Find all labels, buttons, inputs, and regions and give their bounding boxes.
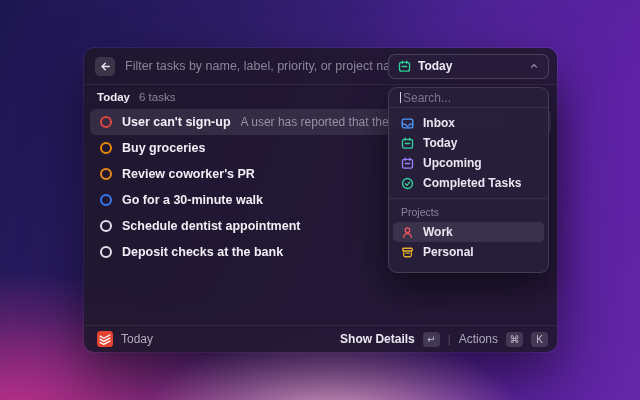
priority-circle-icon[interactable] (100, 168, 112, 180)
list-header: Today 6 tasks (97, 89, 175, 105)
list-header-title: Today (97, 91, 130, 103)
box-icon (401, 246, 414, 259)
dropdown-item-label: Upcoming (423, 156, 482, 170)
dropdown-item-inbox[interactable]: Inbox (393, 113, 544, 133)
completed-check-icon (401, 177, 414, 190)
topbar: Filter tasks by name, label, priority, o… (84, 48, 557, 85)
calendar-icon (398, 60, 411, 73)
dropdown-item-completed-tasks[interactable]: Completed Tasks (393, 173, 544, 193)
task-title: Go for a 30-minute walk (122, 193, 263, 207)
dropdown-project-list: WorkPersonal (389, 221, 548, 267)
todoist-logo (97, 331, 113, 347)
priority-circle-icon[interactable] (100, 246, 112, 258)
view-dropdown-panel: Search... InboxTodayUpcomingCompleted Ta… (388, 87, 549, 273)
list-header-count: 6 tasks (139, 91, 175, 103)
filter-input[interactable]: Filter tasks by name, label, priority, o… (125, 59, 388, 73)
dropdown-item-upcoming[interactable]: Upcoming (393, 153, 544, 173)
project-item-label: Personal (423, 245, 474, 259)
actions-button[interactable]: Actions (459, 332, 498, 346)
task-title: Deposit checks at the bank (122, 245, 283, 259)
dropdown-filter-list: InboxTodayUpcomingCompleted Tasks (389, 108, 548, 198)
k-key-badge[interactable]: K (531, 332, 548, 347)
footer-app-label: Today (121, 332, 153, 346)
calendar-upcoming-icon (401, 157, 414, 170)
view-dropdown-button[interactable]: Today (388, 54, 549, 79)
priority-circle-icon[interactable] (100, 116, 112, 128)
task-title: Buy groceries (122, 141, 205, 155)
desktop-background: Filter tasks by name, label, priority, o… (0, 0, 640, 400)
show-details-button[interactable]: Show Details (340, 332, 415, 346)
calendar-today-icon (401, 137, 414, 150)
text-caret (400, 92, 401, 103)
person-icon (401, 226, 414, 239)
project-item-personal[interactable]: Personal (393, 242, 544, 262)
cmd-key-badge[interactable]: ⌘ (506, 332, 523, 347)
enter-key-badge[interactable]: ↵ (423, 332, 440, 347)
command-palette-window: Filter tasks by name, label, priority, o… (84, 48, 557, 352)
dropdown-item-label: Completed Tasks (423, 176, 521, 190)
back-button[interactable] (95, 57, 115, 76)
chevron-up-icon (529, 61, 539, 71)
priority-circle-icon[interactable] (100, 220, 112, 232)
dropdown-search-placeholder: Search... (403, 91, 451, 105)
task-title: Schedule dentist appointment (122, 219, 301, 233)
inbox-icon (401, 117, 414, 130)
footer-separator: | (448, 333, 451, 345)
dropdown-item-label: Today (423, 136, 457, 150)
task-title: User can't sign-up (122, 115, 231, 129)
view-dropdown-label: Today (418, 59, 452, 73)
dropdown-search-input[interactable]: Search... (389, 88, 548, 108)
project-item-work[interactable]: Work (393, 222, 544, 242)
priority-circle-icon[interactable] (100, 194, 112, 206)
arrow-left-icon (99, 60, 112, 73)
priority-circle-icon[interactable] (100, 142, 112, 154)
project-item-label: Work (423, 225, 453, 239)
dropdown-item-today[interactable]: Today (393, 133, 544, 153)
dropdown-item-label: Inbox (423, 116, 455, 130)
task-title: Review coworker's PR (122, 167, 255, 181)
projects-section-label: Projects (389, 199, 548, 221)
footer: Today Show Details ↵ | Actions ⌘ K (84, 325, 557, 352)
